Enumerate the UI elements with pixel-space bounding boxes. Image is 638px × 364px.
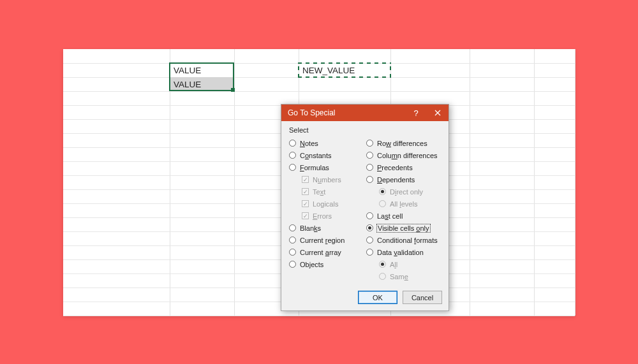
option-label: All levels — [390, 200, 417, 208]
option-numbers: ✓Numbers — [302, 174, 364, 185]
radio-icon — [366, 152, 373, 159]
option-dependents[interactable]: Dependents — [366, 174, 441, 185]
option-label: Last cell — [377, 212, 403, 220]
option-same: Same — [379, 271, 441, 282]
option-visible_only[interactable]: Visible cells only — [366, 222, 441, 233]
option-current_array[interactable]: Current array — [289, 247, 364, 258]
options-left-column: NotesConstantsFormulas✓Numbers✓Text✓Logi… — [289, 136, 364, 283]
radio-icon — [366, 224, 373, 231]
option-label: Objects — [300, 261, 323, 268]
close-icon — [434, 110, 441, 116]
option-label: Same — [390, 273, 408, 280]
option-cond_formats[interactable]: Conditional formats — [366, 235, 441, 245]
option-errors: ✓Errors — [302, 210, 364, 221]
option-constants[interactable]: Constants — [289, 150, 364, 161]
option-logicals: ✓Logicals — [302, 198, 364, 209]
radio-icon — [366, 212, 373, 219]
option-direct_only: Direct only — [379, 186, 441, 197]
option-label: Formulas — [300, 164, 329, 171]
checkbox-icon: ✓ — [302, 212, 309, 219]
option-blanks[interactable]: Blanks — [289, 222, 364, 233]
option-objects[interactable]: Objects — [289, 259, 364, 270]
checkbox-icon: ✓ — [302, 176, 309, 183]
option-label: Conditional formats — [377, 237, 438, 244]
option-label: Current region — [300, 237, 345, 244]
radio-icon — [366, 237, 373, 244]
option-data_validation[interactable]: Data validation — [366, 247, 441, 258]
go-to-special-dialog: Go To Special ? Select NotesConstantsFor… — [281, 104, 449, 311]
close-button[interactable] — [427, 105, 449, 121]
option-last_cell[interactable]: Last cell — [366, 210, 441, 221]
cell-b3[interactable]: VALUE — [171, 78, 233, 92]
option-col_diff[interactable]: Column differences — [366, 150, 441, 161]
option-all_levels: All levels — [379, 198, 441, 209]
dialog-body: Select NotesConstantsFormulas✓Numbers✓Te… — [281, 121, 449, 287]
cell-b2[interactable]: VALUE — [171, 64, 233, 78]
checkbox-icon: ✓ — [302, 188, 309, 195]
radio-icon — [289, 140, 296, 147]
option-all: All — [379, 259, 441, 270]
cell-d2[interactable]: NEW_VALUE — [300, 64, 389, 78]
options-right-column: Row differencesColumn differencesPrecede… — [366, 136, 441, 283]
option-label: Notes — [300, 140, 318, 147]
radio-icon — [379, 200, 386, 207]
option-label: Current array — [300, 249, 341, 256]
radio-icon — [366, 176, 373, 183]
select-section-label: Select — [289, 126, 441, 134]
option-label: Row differences — [377, 140, 427, 147]
radio-icon — [289, 249, 296, 256]
option-label: All — [390, 261, 397, 268]
dialog-title: Go To Special — [288, 108, 405, 117]
option-label: Blanks — [300, 224, 321, 232]
radio-icon — [289, 261, 296, 268]
checkbox-icon: ✓ — [302, 200, 309, 207]
option-label: Constants — [300, 152, 332, 159]
option-notes[interactable]: Notes — [289, 138, 364, 149]
option-text: ✓Text — [302, 186, 364, 197]
radio-icon — [289, 164, 296, 171]
option-precedents[interactable]: Precedents — [366, 162, 441, 173]
option-label: Precedents — [377, 164, 413, 171]
help-button[interactable]: ? — [405, 105, 427, 121]
option-label: Direct only — [390, 188, 423, 196]
option-label: Column differences — [377, 152, 438, 159]
radio-icon — [289, 237, 296, 244]
dialog-titlebar[interactable]: Go To Special ? — [281, 105, 449, 121]
radio-icon — [289, 152, 296, 159]
option-label: Errors — [313, 212, 332, 220]
option-formulas[interactable]: Formulas — [289, 162, 364, 173]
option-label: Logicals — [313, 200, 338, 208]
dialog-button-row: OK Cancel — [281, 287, 449, 310]
option-row_diff[interactable]: Row differences — [366, 138, 441, 149]
option-label: Dependents — [377, 176, 415, 184]
radio-icon — [366, 164, 373, 171]
radio-icon — [379, 261, 386, 268]
option-label: Data validation — [377, 249, 424, 256]
radio-icon — [289, 224, 296, 231]
option-label: Visible cells only — [377, 224, 430, 232]
radio-icon — [366, 249, 373, 256]
cancel-button[interactable]: Cancel — [403, 291, 442, 304]
radio-icon — [379, 273, 386, 280]
option-label: Text — [313, 188, 325, 196]
option-current_region[interactable]: Current region — [289, 235, 364, 245]
radio-icon — [379, 188, 386, 195]
radio-icon — [366, 140, 373, 147]
ok-button[interactable]: OK — [358, 291, 397, 304]
option-label: Numbers — [313, 176, 341, 184]
